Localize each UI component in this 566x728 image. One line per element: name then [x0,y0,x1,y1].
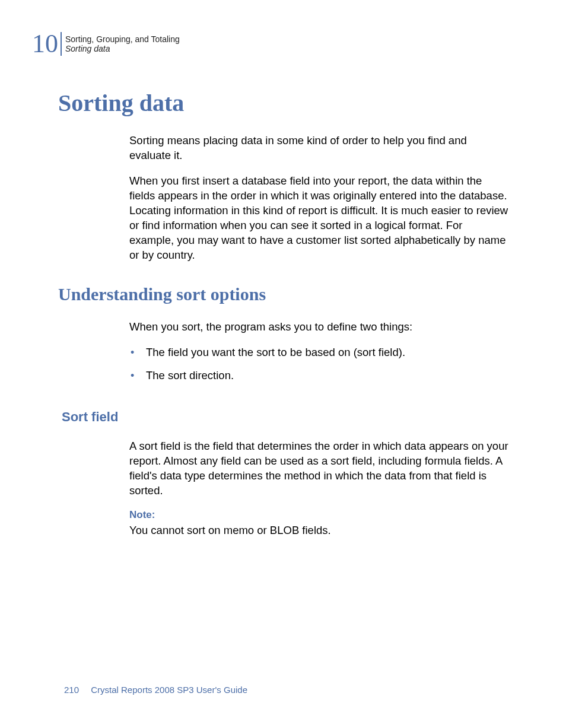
page-header: 10 Sorting, Grouping, and Totaling Sorti… [32,31,180,57]
bullet-list: The field you want the sort to be based … [129,345,509,383]
page: 10 Sorting, Grouping, and Totaling Sorti… [0,0,566,728]
note-label: Note: [129,509,509,521]
heading-3: Sort field [62,409,509,425]
header-text: Sorting, Grouping, and Totaling Sorting … [65,34,180,53]
paragraph: A sort field is the field that determine… [129,439,509,498]
heading-2: Understanding sort options [58,284,509,304]
section-title: Sorting data [65,44,180,53]
body-block-1: Sorting means placing data in some kind … [129,133,509,263]
heading-1: Sorting data [58,89,509,117]
page-footer: 210 Crystal Reports 2008 SP3 User's Guid… [64,685,247,695]
content: Sorting data Sorting means placing data … [58,89,509,538]
body-block-3: A sort field is the field that determine… [129,439,509,538]
chapter-title: Sorting, Grouping, and Totaling [65,34,180,44]
body-block-2: When you sort, the program asks you to d… [129,320,509,335]
list-item: The field you want the sort to be based … [129,345,509,360]
paragraph: When you sort, the program asks you to d… [129,320,509,335]
chapter-number: 10 [32,31,58,57]
paragraph: When you first insert a database field i… [129,174,509,263]
footer-title: Crystal Reports 2008 SP3 User's Guide [91,685,247,695]
list-item: The sort direction. [129,368,509,383]
header-divider [61,32,62,56]
page-number: 210 [64,685,79,695]
paragraph: Sorting means placing data in some kind … [129,133,509,163]
note-text: You cannot sort on memo or BLOB fields. [129,523,509,538]
